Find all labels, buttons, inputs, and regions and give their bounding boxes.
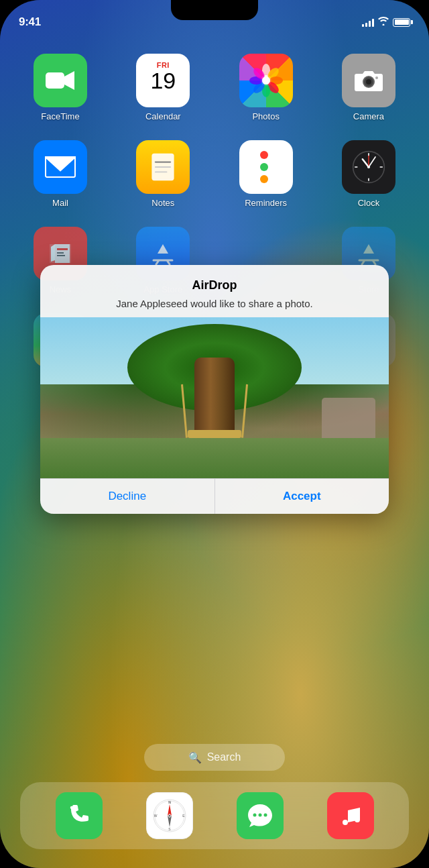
app-row-1: FaceTime FRI 19 Calendar — [20, 54, 409, 121]
search-bar[interactable]: 🔍 Search — [144, 744, 285, 771]
app-mail[interactable]: Mail — [20, 140, 101, 208]
airdrop-modal: AirDrop Jane Appleseed would like to sha… — [40, 265, 389, 514]
svg-marker-1 — [64, 71, 74, 90]
svg-point-51 — [168, 815, 170, 817]
dock-app-safari[interactable]: N S W E — [146, 792, 193, 839]
dock: N S W E — [20, 782, 409, 849]
airdrop-actions: Decline Accept — [40, 478, 389, 514]
svg-point-54 — [263, 814, 267, 817]
status-time: 9:41 — [19, 15, 41, 29]
svg-point-53 — [258, 814, 261, 817]
airdrop-accept-button[interactable]: Accept — [215, 479, 389, 514]
wifi-icon — [378, 17, 389, 28]
svg-rect-0 — [46, 72, 64, 89]
app-row-2: Mail Notes — [20, 140, 409, 208]
search-icon: 🔍 — [188, 751, 202, 764]
svg-text:W: W — [154, 814, 157, 818]
app-facetime[interactable]: FaceTime — [20, 54, 101, 121]
app-calendar[interactable]: FRI 19 Calendar — [123, 54, 203, 121]
svg-text:N: N — [168, 800, 171, 804]
battery-icon — [393, 18, 410, 27]
svg-point-52 — [253, 814, 256, 817]
airdrop-title: AirDrop — [54, 278, 375, 292]
airdrop-photo-preview — [40, 317, 389, 478]
dock-app-phone[interactable] — [56, 792, 103, 839]
status-icons — [362, 17, 410, 28]
app-reminders[interactable]: Reminders — [226, 140, 306, 208]
svg-point-55 — [343, 820, 348, 825]
airdrop-header: AirDrop Jane Appleseed would like to sha… — [40, 265, 389, 317]
svg-point-56 — [355, 817, 360, 822]
app-camera[interactable]: Camera — [328, 54, 409, 121]
airdrop-subtitle: Jane Appleseed would like to share a pho… — [54, 296, 375, 311]
app-photos[interactable]: Photos — [226, 54, 306, 121]
dock-app-messages[interactable] — [237, 792, 284, 839]
svg-point-11 — [262, 76, 270, 85]
notch — [171, 0, 258, 20]
airdrop-decline-button[interactable]: Decline — [40, 479, 215, 514]
signal-icon — [362, 17, 374, 27]
svg-point-14 — [366, 79, 371, 85]
phone-frame: 9:41 — [0, 0, 429, 868]
app-clock[interactable]: Clock — [328, 140, 409, 208]
search-label: Search — [207, 751, 241, 763]
svg-point-30 — [367, 166, 370, 168]
svg-point-15 — [375, 76, 378, 79]
app-notes[interactable]: Notes — [123, 140, 203, 208]
dock-app-music[interactable] — [327, 792, 374, 839]
